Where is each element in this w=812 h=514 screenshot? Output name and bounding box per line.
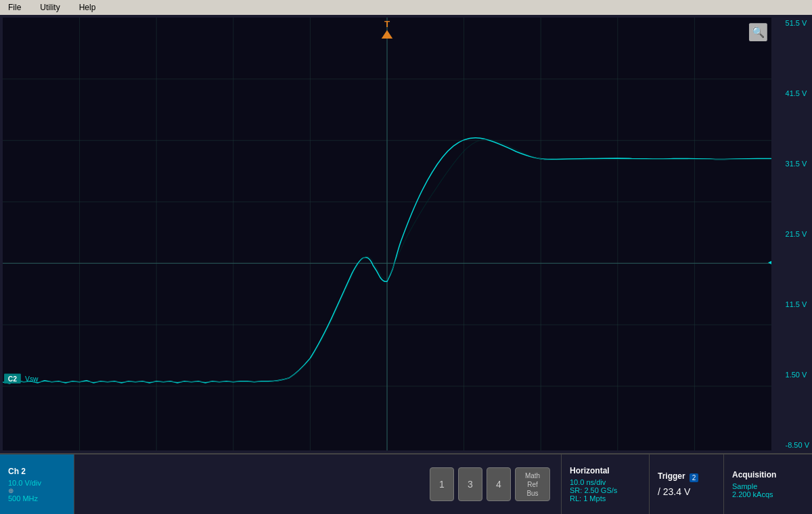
horizontal-title: Horizontal bbox=[570, 466, 641, 475]
scope-display: T 🔍 C2 Vsw ◄ bbox=[3, 18, 771, 450]
acquisition-count: 2.200 kAcqs bbox=[732, 490, 804, 498]
ch2-bw-icon: ⊕ bbox=[8, 487, 66, 494]
ch4-button[interactable]: 4 bbox=[487, 467, 511, 501]
menu-utility[interactable]: Utility bbox=[37, 1, 62, 14]
voltage-label-5: 11.5 V bbox=[786, 300, 809, 308]
trigger-title: Trigger bbox=[658, 471, 685, 481]
ch2-title: Ch 2 bbox=[8, 467, 66, 476]
menu-file[interactable]: File bbox=[5, 1, 24, 14]
math-ref-bus-button[interactable]: Math Ref Bus bbox=[515, 467, 550, 501]
ch3-button[interactable]: 3 bbox=[458, 467, 482, 501]
ch1-button[interactable]: 1 bbox=[430, 467, 454, 501]
horizontal-sample-rate: SR: 2.50 GS/s bbox=[570, 486, 641, 494]
menu-help[interactable]: Help bbox=[76, 1, 99, 14]
ch2-panel: Ch 2 10.0 V/div ⊕ 500 MHz bbox=[0, 454, 74, 514]
waveform-area: T 🔍 C2 Vsw ◄ 51.5 V bbox=[0, 15, 812, 453]
horizontal-record-length: RL: 1 Mpts bbox=[570, 494, 641, 503]
center-spacer bbox=[74, 454, 419, 514]
voltage-label-7: -8.50 V bbox=[786, 441, 809, 449]
voltage-label-1: 51.5 V bbox=[786, 19, 809, 27]
trigger-ch-badge: 2 bbox=[690, 473, 699, 482]
trigger-marker bbox=[382, 30, 393, 39]
cursor-arrow: ◄ bbox=[766, 256, 771, 268]
voltage-scale: 51.5 V 41.5 V 31.5 V 21.5 V 11.5 V 1.50 … bbox=[786, 18, 809, 450]
voltage-label-3: 31.5 V bbox=[786, 160, 809, 168]
trigger-t-label: T bbox=[384, 19, 390, 29]
ch2-bandwidth: 500 MHz bbox=[8, 494, 66, 503]
menubar: File Utility Help bbox=[0, 0, 812, 15]
ch2-badge: C2 bbox=[8, 375, 17, 383]
channel-buttons: 1 3 4 Math Ref Bus bbox=[419, 454, 562, 514]
acquisition-title: Acquisition bbox=[732, 470, 804, 480]
trigger-header: Trigger 2 bbox=[658, 471, 715, 484]
scope-container: T 🔍 C2 Vsw ◄ 51.5 V bbox=[0, 15, 812, 514]
acquisition-panel: Acquisition Sample 2.200 kAcqs bbox=[724, 454, 812, 514]
voltage-label-4: 21.5 V bbox=[786, 230, 809, 238]
voltage-label-6: 1.50 V bbox=[786, 371, 809, 379]
acquisition-mode: Sample bbox=[732, 482, 804, 490]
vsw-label: Vsw bbox=[25, 375, 39, 383]
voltage-label-2: 41.5 V bbox=[786, 89, 809, 97]
horizontal-panel: Horizontal 10.0 ns/div SR: 2.50 GS/s RL:… bbox=[562, 454, 650, 514]
ch2-vdiv: 10.0 V/div bbox=[8, 479, 66, 487]
trigger-panel: Trigger 2 / 23.4 V bbox=[650, 454, 724, 514]
horizontal-time-div: 10.0 ns/div bbox=[570, 478, 641, 486]
trigger-value: 23.4 V bbox=[663, 486, 690, 497]
zoom-icon[interactable]: 🔍 bbox=[752, 26, 765, 39]
trigger-icon: / 23.4 V bbox=[658, 486, 715, 497]
status-bar: Ch 2 10.0 V/div ⊕ 500 MHz 1 3 4 Math Ref… bbox=[0, 453, 812, 514]
